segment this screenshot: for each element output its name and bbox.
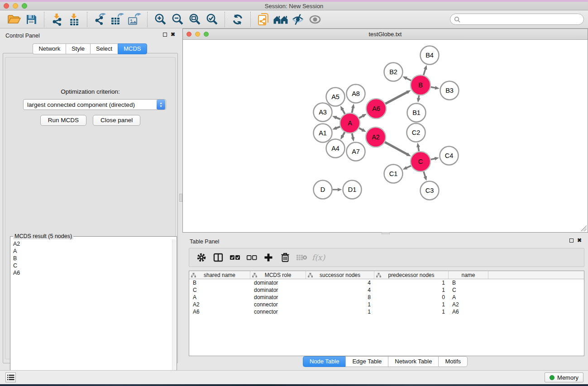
graph-node-B3[interactable]: B3 [440, 81, 459, 100]
zoom-fit-icon[interactable] [186, 12, 203, 27]
zoom-selected-icon[interactable] [203, 12, 220, 27]
cell-shared-name[interactable]: A2 [189, 301, 250, 308]
graph-node-A3[interactable]: A3 [314, 103, 332, 122]
cell-successor-nodes[interactable]: 1 [306, 301, 374, 308]
export-image-icon[interactable] [126, 12, 143, 27]
cell-MCDS-role[interactable]: connector [250, 308, 306, 315]
mcds-result-item[interactable]: A6 [13, 269, 172, 276]
tab-edge-table[interactable]: Edge Table [345, 356, 388, 367]
cell-name[interactable]: A6 [449, 308, 488, 315]
edge-A-A3[interactable] [335, 117, 340, 119]
memory-button[interactable]: Memory [545, 372, 583, 382]
edge-A-A7[interactable] [352, 133, 353, 138]
cell-shared-name[interactable]: A [189, 294, 250, 301]
cell-name[interactable]: B [449, 279, 488, 286]
mcds-result-item[interactable]: B [13, 255, 172, 262]
zoom-out-icon[interactable] [169, 12, 186, 27]
table-row[interactable]: Bdominator41B [189, 279, 584, 286]
edge-A-A8[interactable] [352, 107, 354, 113]
edge-C-C4[interactable] [431, 158, 436, 159]
close-table-panel-icon[interactable]: ✖ [577, 238, 582, 243]
cell-predecessor-nodes[interactable]: 1 [374, 301, 449, 308]
graph-node-A2[interactable]: A2 [366, 127, 386, 147]
cell-successor-nodes[interactable]: 4 [306, 279, 374, 286]
mcds-result-item[interactable]: A2 [13, 240, 172, 248]
neighbors-icon[interactable] [272, 12, 289, 27]
column-header-shared-name[interactable]: shared name [189, 271, 250, 279]
cell-predecessor-nodes[interactable]: 1 [374, 279, 449, 286]
search-input[interactable] [460, 15, 583, 24]
close-panel-button[interactable]: Close panel [93, 115, 140, 126]
cell-name[interactable]: C [449, 286, 488, 294]
cell-name[interactable]: A [449, 294, 488, 301]
graph-node-A8[interactable]: A8 [347, 85, 365, 103]
graph-node-A6[interactable]: A6 [366, 99, 386, 119]
float-table-panel-icon[interactable] [569, 238, 574, 243]
column-header-successor-nodes[interactable]: successor nodes [306, 271, 374, 279]
table-row[interactable]: Adominator80A [189, 294, 584, 301]
show-details-icon[interactable] [306, 12, 324, 27]
graph-node-B4[interactable]: B4 [421, 46, 439, 65]
cell-shared-name[interactable]: A6 [189, 308, 250, 315]
float-panel-icon[interactable] [163, 33, 167, 37]
import-network-icon[interactable] [48, 12, 66, 27]
edge-A-A4[interactable] [342, 132, 344, 137]
cell-predecessor-nodes[interactable]: 1 [374, 286, 449, 294]
cell-shared-name[interactable]: C [189, 286, 250, 294]
gear-icon[interactable] [193, 250, 210, 265]
graph-node-C[interactable]: C [411, 152, 430, 172]
delete-column-icon[interactable] [277, 250, 293, 265]
cell-MCDS-role[interactable]: dominator [250, 294, 306, 301]
network-canvas[interactable]: B4B2BB3A8A5A6B1A3AC2A1A2A4A7C4CC1C3DD1 [183, 40, 587, 232]
search-box[interactable] [450, 14, 584, 25]
edge-B-B3[interactable] [431, 87, 436, 88]
task-history-button[interactable] [5, 372, 16, 382]
edge-A6-B[interactable] [385, 92, 407, 104]
graph-node-C3[interactable]: C3 [421, 181, 439, 200]
refresh-layout-icon[interactable] [229, 12, 246, 27]
select-all-icon[interactable] [226, 250, 243, 265]
column-header-MCDS-role[interactable]: MCDS role [250, 271, 306, 279]
add-column-icon[interactable] [260, 250, 277, 265]
graph-node-A7[interactable]: A7 [347, 143, 365, 161]
graph-node-A5[interactable]: A5 [326, 88, 345, 106]
cell-successor-nodes[interactable]: 1 [306, 308, 374, 315]
cell-name[interactable]: A2 [449, 301, 488, 308]
cell-MCDS-role[interactable]: dominator [250, 279, 306, 286]
graph-node-A[interactable]: A [340, 113, 360, 133]
column-header-predecessor-nodes[interactable]: predecessor nodes [374, 271, 449, 279]
network-window-titlebar[interactable]: testGlobe.txt [183, 29, 588, 40]
edge-A-A5[interactable] [342, 109, 345, 114]
edge-A-A2[interactable] [359, 128, 363, 130]
cell-predecessor-nodes[interactable]: 0 [374, 294, 449, 301]
cell-MCDS-role[interactable]: dominator [250, 286, 306, 294]
graph-node-B1[interactable]: B1 [407, 104, 426, 122]
graph-node-A1[interactable]: A1 [314, 124, 332, 143]
network-file-icon[interactable] [255, 12, 272, 27]
cell-successor-nodes[interactable]: 4 [306, 286, 374, 294]
cell-MCDS-role[interactable]: connector [250, 301, 306, 308]
close-panel-icon[interactable]: ✖ [171, 33, 175, 37]
mcds-result-item[interactable]: C [13, 262, 172, 269]
graph-node-C2[interactable]: C2 [407, 124, 425, 142]
graph-node-D1[interactable]: D1 [343, 181, 362, 199]
graph-node-A4[interactable]: A4 [326, 139, 345, 158]
tab-style[interactable]: Style [66, 43, 90, 54]
edge-B-B1[interactable] [418, 95, 419, 99]
save-icon[interactable] [23, 12, 40, 27]
vertical-splitter-grip[interactable] [179, 194, 182, 202]
column-header-name[interactable]: name [449, 271, 488, 279]
edge-A-A6[interactable] [359, 115, 363, 118]
columns-icon[interactable] [210, 250, 226, 265]
window-resize-grip[interactable] [581, 225, 587, 231]
cell-shared-name[interactable]: B [189, 279, 250, 286]
deselect-all-icon[interactable] [243, 250, 260, 265]
open-icon[interactable] [5, 12, 23, 27]
edge-C-C1[interactable] [406, 166, 411, 168]
mcds-result-item[interactable]: A [13, 248, 172, 255]
mcds-result-scrollbar[interactable] [172, 239, 176, 386]
edge-C-C2[interactable] [418, 146, 419, 151]
tab-select[interactable]: Select [90, 43, 118, 54]
tab-network-table[interactable]: Network Table [388, 356, 438, 367]
edge-B-B2[interactable] [406, 78, 411, 81]
